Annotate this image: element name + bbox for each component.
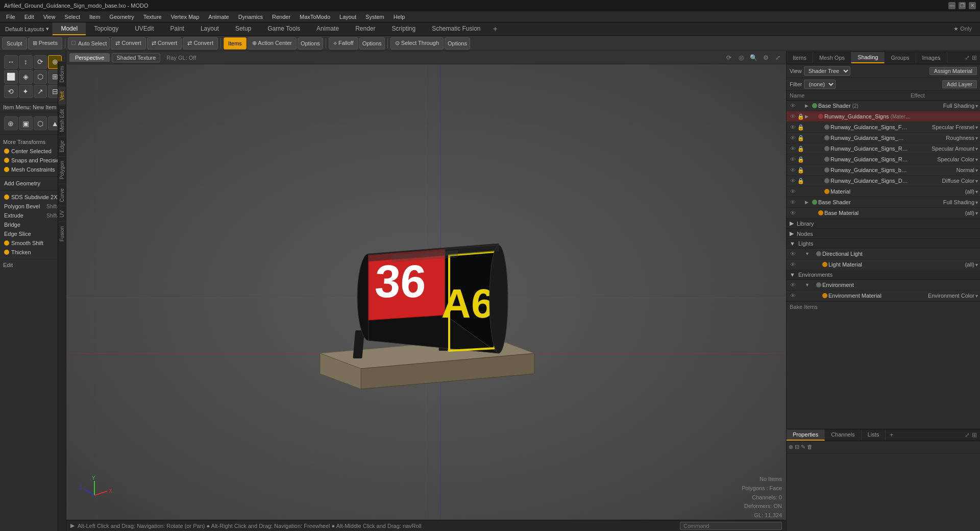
tab-images[interactable]: Images: [916, 53, 947, 63]
effect-chevron[interactable]: ▾: [975, 262, 978, 268]
assign-material-btn[interactable]: Assign Material: [929, 67, 977, 75]
options-button-2[interactable]: Options: [359, 37, 385, 50]
center-selected-btn[interactable]: Center Selected: [0, 147, 66, 156]
effect-chevron[interactable]: ▾: [975, 103, 978, 109]
tab-model[interactable]: Model: [53, 22, 86, 35]
command-input[interactable]: [680, 522, 782, 530]
add-props-tab[interactable]: +: [886, 429, 897, 441]
falloff-button[interactable]: ⟡ Falloff: [329, 37, 358, 50]
shader-row-bump[interactable]: 👁 🔒 ▶ Runway_Guidance_Signs_bump (Image)…: [787, 165, 980, 176]
tool-10[interactable]: ✦: [19, 85, 33, 99]
shader-row-glossiness[interactable]: 👁 🔒 ▶ Runway_Guidance_Signs_Glossiness (…: [787, 133, 980, 143]
eye-icon[interactable]: 👁: [789, 123, 797, 131]
convert-button-2[interactable]: ⇄ Convert: [147, 37, 182, 50]
options-button-3[interactable]: Options: [445, 37, 470, 50]
expand-icon[interactable]: ▶: [805, 103, 811, 108]
effect-chevron[interactable]: ▾: [975, 167, 978, 173]
minimize-button[interactable]: —: [948, 2, 955, 9]
convert-button-1[interactable]: ⇄ Convert: [111, 37, 146, 50]
vp-raygl-status[interactable]: Ray GL: Off: [162, 54, 200, 62]
environments-section[interactable]: ▼ Environments: [787, 270, 980, 280]
menu-dynamics[interactable]: Dynamics: [234, 13, 267, 21]
effect-chevron[interactable]: ▾: [975, 293, 978, 299]
tab-topology[interactable]: Topology: [86, 22, 127, 35]
shader-row-base-shader[interactable]: 👁 ▶ Base Shader (2) Full Shading ▾: [787, 101, 980, 111]
tab-setup[interactable]: Setup: [227, 22, 259, 35]
bridge-btn[interactable]: Bridge: [0, 220, 66, 229]
tool-a3[interactable]: ⬡: [34, 116, 47, 130]
menu-geometry[interactable]: Geometry: [105, 13, 138, 21]
eye-icon[interactable]: 👁: [789, 209, 797, 217]
eye-icon[interactable]: 👁: [789, 166, 797, 174]
smooth-shift-btn[interactable]: Smooth Shift: [0, 238, 66, 248]
vp-expand-icon[interactable]: ⤢: [773, 53, 783, 63]
eye-icon[interactable]: 👁: [789, 250, 797, 258]
close-button[interactable]: ✕: [969, 2, 976, 9]
tab-shading[interactable]: Shading: [851, 52, 885, 63]
layout-selector[interactable]: Default Layouts ▾: [2, 22, 53, 35]
vert-tab-polygon[interactable]: Polygon: [58, 156, 66, 183]
edge-slice-btn[interactable]: Edge Slice: [0, 229, 66, 238]
props-popout-icon[interactable]: ⊞: [972, 431, 977, 439]
lights-section[interactable]: ▼ Lights: [787, 239, 980, 249]
rotate-tool[interactable]: ⟳: [34, 55, 47, 69]
expand-icon[interactable]: ▼: [805, 282, 811, 287]
tab-items[interactable]: Items: [787, 53, 813, 63]
shader-row-runway-signs[interactable]: 👁 🔒 ▶ Runway_Guidance_Signs (Material): [787, 111, 980, 122]
shader-row-diffuse[interactable]: 👁 🔒 ▶ Runway_Guidance_Signs_Diffuse (Ima…: [787, 176, 980, 186]
convert-button-3[interactable]: ⇄ Convert: [183, 37, 218, 50]
vert-tab-uv[interactable]: UV: [58, 206, 66, 222]
eye-icon[interactable]: 👁: [789, 144, 797, 153]
tool-5[interactable]: ⬜: [4, 70, 18, 84]
action-center-button[interactable]: ⊕ Action Center: [248, 37, 297, 50]
nodes-section[interactable]: ▶ Nodes: [787, 229, 980, 239]
snaps-precision-btn[interactable]: Snaps and Precision: [0, 156, 66, 165]
move-tool[interactable]: ↕: [19, 55, 33, 69]
polygon-bevel-btn[interactable]: Polygon Bevel Shift-B: [0, 202, 66, 211]
select-through-button[interactable]: ⊙ Select Through: [390, 37, 444, 50]
add-tab-button[interactable]: +: [489, 22, 502, 35]
menu-render[interactable]: Render: [268, 13, 295, 21]
menu-edit[interactable]: Edit: [20, 13, 38, 21]
expand-icon[interactable]: ▼: [805, 251, 811, 256]
vp-mode-shaded[interactable]: Shaded Texture: [112, 53, 160, 62]
vp-search-icon[interactable]: 🔍: [748, 53, 758, 63]
view-select[interactable]: Shader Tree: [804, 66, 850, 76]
transforms-header[interactable]: More Transforms ▾: [0, 137, 66, 147]
eye-icon[interactable]: 👁: [789, 187, 797, 196]
sds-subdivide-btn[interactable]: SDS Subdivide 2X: [0, 192, 66, 202]
shader-row-base-material[interactable]: 👁 ▶ Base Material (all) ▾: [787, 208, 980, 219]
vert-tab-vert[interactable]: Vert: [58, 87, 66, 105]
effect-chevron[interactable]: ▾: [975, 210, 978, 216]
tab-schematic-fusion[interactable]: Schematic Fusion: [424, 22, 488, 35]
presets-button[interactable]: ⊞ Presets: [28, 37, 62, 50]
extrude-btn[interactable]: Extrude Shift-X: [0, 211, 66, 220]
tab-lists[interactable]: Lists: [862, 429, 886, 441]
props-expand-icon[interactable]: ⤢: [965, 431, 970, 439]
maximize-button[interactable]: ❐: [959, 2, 966, 9]
vp-tab-perspective[interactable]: Perspective: [69, 53, 110, 62]
menu-vertex-map[interactable]: Vertex Map: [167, 13, 204, 21]
expand-icon[interactable]: ▶: [805, 200, 811, 205]
filter-select[interactable]: (none): [804, 80, 836, 89]
add-layer-btn[interactable]: Add Layer: [942, 80, 977, 88]
eye-icon[interactable]: 👁: [789, 292, 797, 300]
vp-reset-icon[interactable]: ⟳: [724, 53, 734, 63]
select-tool[interactable]: ↔: [4, 55, 18, 69]
menu-maxtomodo[interactable]: MaxToModo: [296, 13, 334, 21]
vert-tab-mesh-edit[interactable]: Mesh Edit: [58, 105, 66, 136]
shader-row-base-shader-2[interactable]: 👁 ▶ Base Shader Full Shading ▾: [787, 197, 980, 208]
menu-view[interactable]: View: [39, 13, 60, 21]
tool-11[interactable]: ↗: [34, 85, 47, 99]
eye-icon[interactable]: 👁: [789, 112, 797, 120]
menu-system[interactable]: System: [361, 13, 388, 21]
tool-a1[interactable]: ⊕: [4, 116, 18, 130]
shader-row-fresnel[interactable]: 👁 🔒 ▶ Runway_Guidance_Signs_Fresnel (Ima…: [787, 122, 980, 133]
menu-item[interactable]: Item: [85, 13, 104, 21]
effect-chevron[interactable]: ▾: [975, 125, 978, 130]
tab-groups[interactable]: Groups: [885, 53, 916, 63]
menu-animate[interactable]: Animate: [204, 13, 233, 21]
eye-icon[interactable]: 👁: [789, 198, 797, 206]
effect-chevron[interactable]: ▾: [975, 146, 978, 152]
library-section[interactable]: ▶ Library: [787, 219, 980, 229]
